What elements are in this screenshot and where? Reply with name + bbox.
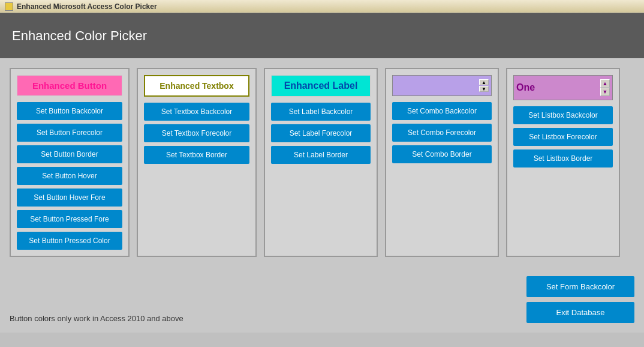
panel-listbox: One ▲ ▼ Set Listbox Backcolor Set Listbo…: [506, 68, 620, 257]
enhanced-button-label: Enhanced Button: [17, 75, 122, 96]
set-label-border-btn[interactable]: Set Label Border: [271, 146, 371, 164]
listbox-scroll-up[interactable]: ▲: [600, 79, 610, 88]
set-combo-forecolor-btn[interactable]: Set Combo Forecolor: [392, 124, 492, 142]
listbox-scrollbar[interactable]: ▲ ▼: [600, 79, 610, 96]
set-button-forecolor-btn[interactable]: Set Button Forecolor: [17, 124, 122, 142]
set-listbox-forecolor-btn[interactable]: Set Listbox Forecolor: [513, 128, 613, 146]
set-button-pressed-fore-btn[interactable]: Set Button Pressed Fore: [17, 210, 122, 228]
set-listbox-backcolor-btn[interactable]: Set Listbox Backcolor: [513, 106, 613, 124]
listbox-scroll-down[interactable]: ▼: [600, 88, 610, 96]
title-bar-text: Enhanced Microsoft Access Color Picker: [17, 2, 157, 11]
set-button-pressed-color-btn[interactable]: Set Button Pressed Color: [17, 232, 122, 250]
combo-arrow[interactable]: ▲ ▼: [479, 79, 489, 92]
enhanced-textbox-label: Enhanced Textbox: [144, 75, 249, 97]
app-title: Enhanced Color Picker: [12, 28, 147, 44]
listbox-display: One ▲ ▼: [513, 75, 613, 100]
set-combo-backcolor-btn[interactable]: Set Combo Backcolor: [392, 102, 492, 120]
set-label-forecolor-btn[interactable]: Set Label Forecolor: [271, 124, 371, 142]
bottom-area: Button colors only work in Access 2010 a…: [0, 267, 644, 333]
listbox-value: One: [516, 82, 535, 93]
combo-up-arrow[interactable]: ▲: [479, 79, 489, 85]
main-content: Enhanced Button Set Button Backcolor Set…: [0, 58, 644, 267]
set-button-hover-fore-btn[interactable]: Set Button Hover Fore: [17, 189, 122, 207]
set-button-backcolor-btn[interactable]: Set Button Backcolor: [17, 102, 122, 120]
title-bar: Enhanced Microsoft Access Color Picker: [0, 0, 644, 13]
set-label-backcolor-btn[interactable]: Set Label Backcolor: [271, 103, 371, 121]
set-textbox-backcolor-btn[interactable]: Set Textbox Backcolor: [144, 103, 249, 121]
app-header: Enhanced Color Picker: [0, 13, 644, 58]
panel-button: Enhanced Button Set Button Backcolor Set…: [10, 68, 130, 257]
bottom-note: Button colors only work in Access 2010 a…: [10, 314, 183, 323]
app-icon: [5, 2, 13, 11]
set-button-hover-btn[interactable]: Set Button Hover: [17, 167, 122, 185]
exit-database-btn[interactable]: Exit Database: [526, 302, 634, 323]
combo-down-arrow[interactable]: ▼: [479, 86, 489, 92]
enhanced-label-label: Enhanced Label: [271, 75, 371, 97]
bottom-buttons: Set Form Backcolor Exit Database: [526, 276, 634, 323]
panel-textbox: Enhanced Textbox Set Textbox Backcolor S…: [137, 68, 257, 257]
panel-combo: ▲ ▼ Set Combo Backcolor Set Combo Foreco…: [385, 68, 499, 257]
combo-display: ▲ ▼: [392, 75, 492, 96]
set-combo-border-btn[interactable]: Set Combo Border: [392, 145, 492, 163]
panel-label: Enhanced Label Set Label Backcolor Set L…: [264, 68, 378, 257]
panels-row: Enhanced Button Set Button Backcolor Set…: [10, 68, 634, 257]
set-textbox-forecolor-btn[interactable]: Set Textbox Forecolor: [144, 124, 249, 142]
set-textbox-border-btn[interactable]: Set Textbox Border: [144, 146, 249, 164]
set-button-border-btn[interactable]: Set Button Border: [17, 145, 122, 163]
set-form-backcolor-btn[interactable]: Set Form Backcolor: [526, 276, 634, 297]
set-listbox-border-btn[interactable]: Set Listbox Border: [513, 149, 613, 167]
